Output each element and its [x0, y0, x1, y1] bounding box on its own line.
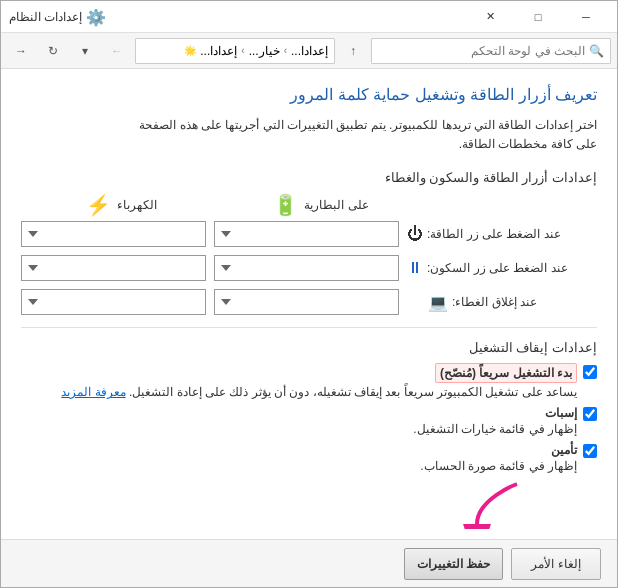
bottom-bar: إلغاء الأمر حفظ التغييرات [1, 539, 617, 587]
forward-button[interactable]: → [7, 37, 35, 65]
col-battery-header: على البطارية 🔋 [221, 193, 421, 217]
section1-title: إعدادات أزرار الطاقة والسكون والغطاء [21, 170, 597, 185]
lock-content: تأمين إظهار في قائمة صورة الحساب. [21, 442, 577, 473]
minimize-button[interactable]: ─ [563, 1, 609, 33]
desc-line2: على كافة مخططات الطاقة. [459, 137, 597, 151]
lid-close-icon: 💻 [428, 293, 448, 312]
column-headers: على البطارية 🔋 الكهرباء ⚡ [21, 193, 597, 217]
fast-startup-content: بدء التشغيل سريعاً (مُنصّح) يساعد على تش… [21, 363, 577, 399]
fast-startup-checkbox[interactable] [583, 365, 597, 379]
sleep-btn-battery-select[interactable] [214, 255, 399, 281]
learn-more-link[interactable]: معرفة المزيد [61, 385, 125, 399]
lid-battery-select[interactable] [214, 289, 399, 315]
main-window: ✕ □ ─ ⚙️ إعدادات النظام → ↻ ▾ ← إعدادا..… [0, 0, 618, 588]
breadcrumb-sep-1: › [284, 45, 287, 56]
main-content: تعريف أزرار الطاقة وتشغيل حماية كلمة الم… [1, 69, 617, 539]
hibernate-row: إسبات إظهار في قائمة خيارات التشغيل. [21, 405, 597, 436]
lid-close-row: عند إغلاق الغطاء: 💻 [21, 289, 597, 315]
breadcrumb[interactable]: إعدادا... › خيار... › إعدادا... 🌟 [135, 38, 335, 64]
title-bar: ✕ □ ─ ⚙️ إعدادات النظام [1, 1, 617, 33]
fast-startup-desc: يساعد على تشغيل الكمبيوتر سريعاً بعد إيق… [129, 385, 577, 399]
lid-close-text: عند إغلاق الغطاء: [452, 295, 537, 309]
fast-startup-row: بدء التشغيل سريعاً (مُنصّح) يساعد على تش… [21, 363, 597, 399]
cancel-button[interactable]: إلغاء الأمر [511, 548, 601, 580]
hibernate-label: إسبات [545, 406, 577, 420]
search-icon: 🔍 [589, 44, 604, 58]
section-divider [21, 327, 597, 328]
lock-desc: إظهار في قائمة صورة الحساب. [420, 459, 577, 473]
refresh-button[interactable]: ↻ [39, 37, 67, 65]
up-button[interactable]: ↑ [339, 37, 367, 65]
lid-electric-select[interactable] [21, 289, 206, 315]
back-button: ← [103, 37, 131, 65]
breadcrumb-item-1: إعدادا... [291, 44, 328, 58]
maximize-button[interactable]: □ [515, 1, 561, 33]
hibernate-desc: إظهار في قائمة خيارات التشغيل. [413, 422, 577, 436]
power-btn-electric-select[interactable] [21, 221, 206, 247]
desc-line1: اختر إعدادات الطاقة التي تريدها للكمبيوت… [139, 118, 597, 132]
address-bar: → ↻ ▾ ← إعدادا... › خيار... › إعدادا... … [1, 33, 617, 69]
page-title: تعريف أزرار الطاقة وتشغيل حماية كلمة الم… [21, 85, 597, 104]
lid-close-label: عند إغلاق الغطاء: 💻 [407, 293, 537, 312]
lock-label: تأمين [551, 443, 577, 457]
breadcrumb-icon: 🌟 [184, 45, 196, 56]
dropdown-arrow-button[interactable]: ▾ [71, 37, 99, 65]
breadcrumb-item-3: إعدادا... [200, 44, 237, 58]
window-title: إعدادات النظام [9, 10, 82, 24]
electric-label: الكهرباء [117, 198, 157, 212]
sleep-btn-electric-select[interactable] [21, 255, 206, 281]
lock-row: تأمين إظهار في قائمة صورة الحساب. [21, 442, 597, 473]
pink-arrow [457, 479, 537, 529]
hibernate-checkbox[interactable] [583, 407, 597, 421]
power-button-row: عند الضغط على زر الطاقة: ⏻ [21, 221, 597, 247]
battery-label: على البطارية [304, 198, 368, 212]
hibernate-content: إسبات إظهار في قائمة خيارات التشغيل. [21, 405, 577, 436]
save-button[interactable]: حفظ التغييرات [404, 548, 503, 580]
sleep-button-text: عند الضغط على زر السكون: [427, 261, 568, 275]
sleep-button-label: عند الضغط على زر السكون: ⏸ [407, 259, 568, 277]
title-right: ⚙️ إعدادات النظام [9, 8, 106, 26]
battery-icon: 🔋 [273, 193, 298, 217]
col-electric-header: الكهرباء ⚡ [21, 193, 221, 217]
search-input[interactable] [378, 44, 585, 58]
power-button-icon: ⏻ [407, 225, 423, 243]
window-controls: ✕ □ ─ [467, 1, 609, 33]
breadcrumb-item-2: خيار... [249, 44, 280, 58]
lock-checkbox[interactable] [583, 444, 597, 458]
electric-icon: ⚡ [86, 193, 111, 217]
power-btn-battery-select[interactable] [214, 221, 399, 247]
sleep-button-row: عند الضغط على زر السكون: ⏸ [21, 255, 597, 281]
power-button-label: عند الضغط على زر الطاقة: ⏻ [407, 225, 561, 243]
close-button[interactable]: ✕ [467, 1, 513, 33]
breadcrumb-sep-2: › [241, 45, 244, 56]
sleep-button-icon: ⏸ [407, 259, 423, 277]
fast-startup-label: بدء التشغيل سريعاً (مُنصّح) [435, 363, 577, 383]
section2-title: إعدادات إيقاف التشغيل [21, 340, 597, 355]
search-box[interactable]: 🔍 [371, 38, 611, 64]
page-description: اختر إعدادات الطاقة التي تريدها للكمبيوت… [21, 116, 597, 154]
power-button-text: عند الضغط على زر الطاقة: [427, 227, 561, 241]
window-icon: ⚙️ [88, 8, 106, 26]
